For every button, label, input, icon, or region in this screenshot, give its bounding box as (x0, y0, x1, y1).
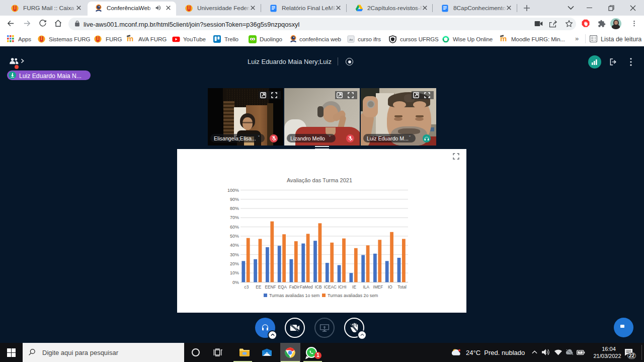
svg-text:Total: Total (397, 284, 407, 289)
svg-text:80%: 80% (230, 206, 239, 211)
svg-text:EQA: EQA (278, 284, 287, 289)
svg-text:10%: 10% (230, 270, 239, 275)
svg-text:IE: IE (352, 284, 356, 289)
svg-text:IMEF: IMEF (373, 284, 383, 289)
svg-text:ICEAC: ICEAC (324, 284, 337, 289)
svg-text:40%: 40% (230, 243, 239, 248)
svg-text:90%: 90% (230, 197, 239, 202)
svg-text:100%: 100% (227, 188, 239, 193)
svg-text:0%: 0% (232, 280, 239, 285)
svg-text:ICB: ICB (315, 284, 322, 289)
svg-text:EE: EE (256, 284, 262, 289)
svg-text:FaDir: FaDir (289, 284, 300, 289)
svg-text:70%: 70% (230, 215, 239, 220)
svg-text:EENF: EENF (265, 284, 276, 289)
svg-text:Turmas avaliadas 2o sem: Turmas avaliadas 2o sem (328, 293, 378, 298)
svg-text:ICHI: ICHI (338, 284, 347, 289)
svg-text:FaMed: FaMed (300, 284, 313, 289)
svg-text:c3: c3 (245, 284, 249, 289)
svg-text:60%: 60% (230, 225, 239, 230)
svg-text:20%: 20% (230, 261, 239, 266)
svg-text:Avaliação das Turma 2021: Avaliação das Turma 2021 (287, 177, 352, 183)
svg-text:Turmas avaliadas 1o sem: Turmas avaliadas 1o sem (269, 293, 319, 298)
svg-text:ILA: ILA (363, 284, 370, 289)
svg-text:30%: 30% (230, 252, 239, 257)
svg-text:IO: IO (388, 284, 392, 289)
svg-text:50%: 50% (230, 234, 239, 239)
